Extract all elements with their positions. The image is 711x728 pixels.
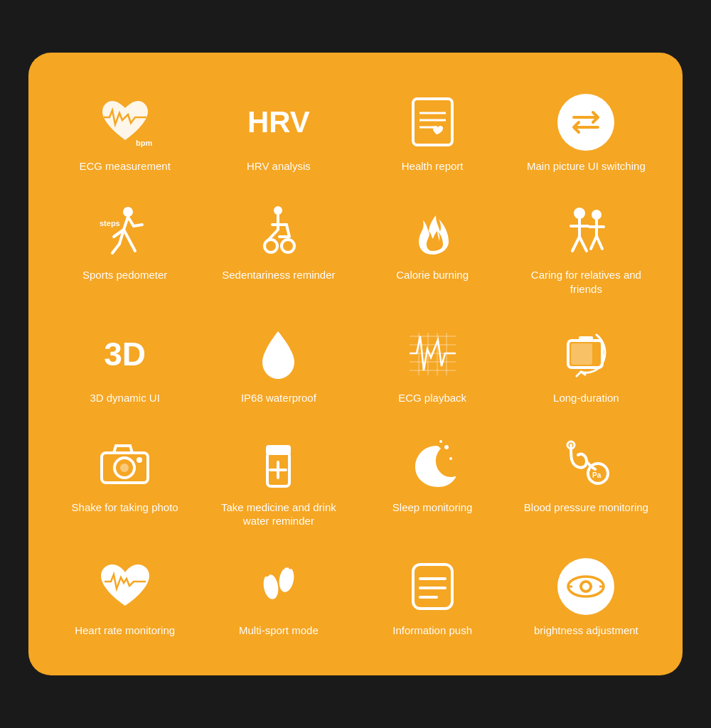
svg-point-10: [574, 208, 585, 219]
svg-rect-22: [579, 336, 593, 342]
feature-caring-relatives: Caring for relatives and friends: [511, 190, 661, 306]
health-report-label: Health report: [402, 159, 464, 173]
feature-info-push: Information push: [358, 545, 508, 648]
feature-sedentariness: Sedentariness reminder: [203, 190, 353, 306]
medicine-icon: [250, 435, 307, 492]
camera-icon: [97, 435, 154, 492]
svg-point-8: [264, 240, 277, 252]
svg-text:Pa: Pa: [592, 471, 602, 479]
feature-main-picture: Main picture UI switching: [511, 81, 661, 183]
svg-point-34: [439, 440, 442, 443]
heart-rate-label: Heart rate monitoring: [75, 623, 175, 638]
feature-blood-pressure: Pa Blood pressure monitoring: [511, 422, 661, 538]
sleep-monitoring-label: Sleep monitoring: [392, 500, 473, 515]
feature-multi-sport: Multi-sport mode: [203, 545, 353, 648]
shake-photo-label: Shake for taking photo: [72, 500, 178, 515]
info-push-icon: [404, 558, 461, 615]
svg-point-37: [570, 444, 572, 446]
pedometer-icon: steps: [97, 203, 154, 259]
feature-hrv-analysis: HRV HRV analysis: [203, 81, 353, 183]
feature-heart-rate: Heart rate monitoring: [50, 545, 200, 648]
main-picture-label: Main picture UI switching: [527, 159, 646, 173]
svg-point-9: [282, 240, 294, 252]
calorie-icon: [404, 203, 461, 259]
svg-rect-23: [571, 343, 592, 365]
features-card: bpm ECG measurement HRV HRV analysis Hea…: [28, 53, 683, 676]
info-push-label: Information push: [392, 623, 472, 638]
long-duration-label: Long-duration: [553, 391, 619, 405]
blood-pressure-icon: Pa: [557, 435, 614, 492]
feature-sports-pedometer: steps Sports pedometer: [50, 190, 200, 306]
ui-switch-icon: [557, 94, 614, 151]
blood-pressure-label: Blood pressure monitoring: [524, 500, 648, 515]
svg-text:steps: steps: [100, 219, 120, 228]
calorie-burning-label: Calorie burning: [396, 268, 469, 282]
caring-relatives-label: Caring for relatives and friends: [518, 268, 654, 296]
feature-sleep-monitoring: Sleep monitoring: [358, 422, 508, 538]
sedentariness-icon: [250, 203, 307, 259]
svg-point-32: [444, 445, 449, 449]
sports-pedometer-label: Sports pedometer: [82, 268, 167, 282]
feature-ecg-playback: ECG playback: [358, 313, 508, 415]
feature-shake-photo: Shake for taking photo: [50, 422, 200, 538]
svg-point-5: [123, 207, 133, 217]
svg-rect-1: [413, 99, 452, 145]
svg-point-33: [449, 457, 452, 460]
svg-point-11: [592, 210, 602, 220]
3d-text-icon: 3D: [97, 326, 154, 382]
health-report-icon: [404, 94, 461, 151]
feature-ip68: IP68 waterproof: [203, 313, 353, 415]
feature-ecg-measurement: bpm ECG measurement: [50, 81, 200, 183]
ip68-label: IP68 waterproof: [241, 391, 316, 405]
ecg-playback-icon: [404, 326, 461, 382]
svg-text:bpm: bpm: [136, 139, 152, 147]
hrv-text-icon: HRV: [250, 94, 307, 151]
multi-sport-label: Multi-sport mode: [239, 623, 319, 638]
heart-rate-icon: [97, 558, 154, 615]
sleep-icon: [404, 435, 461, 492]
3d-dynamic-label: 3D dynamic UI: [90, 391, 159, 405]
waterproof-icon: [250, 326, 307, 382]
svg-point-40: [277, 565, 296, 593]
caring-icon: [557, 203, 614, 259]
long-duration-icon: [557, 326, 614, 382]
brightness-icon: [557, 558, 614, 615]
sedentariness-label: Sedentariness reminder: [222, 268, 335, 282]
ecg-playback-label: ECG playback: [398, 391, 466, 405]
feature-3d-dynamic: 3D 3D dynamic UI: [50, 313, 200, 415]
ecg-icon: bpm: [97, 94, 154, 151]
svg-rect-29: [266, 445, 291, 455]
feature-health-report: Health report: [358, 81, 508, 183]
svg-point-27: [137, 457, 142, 463]
feature-long-duration: Long-duration: [511, 313, 661, 415]
multi-sport-icon: [250, 558, 307, 615]
ecg-measurement-label: ECG measurement: [79, 159, 170, 173]
feature-medicine-water: Take medicine and drink water reminder: [203, 422, 353, 538]
svg-point-26: [120, 464, 129, 472]
brightness-label: brightness adjustment: [534, 623, 638, 638]
feature-brightness: brightness adjustment: [511, 545, 661, 648]
svg-point-39: [262, 572, 280, 600]
medicine-water-label: Take medicine and drink water reminder: [210, 500, 346, 528]
hrv-analysis-label: HRV analysis: [247, 159, 311, 173]
svg-point-53: [582, 583, 589, 590]
feature-calorie-burning: Calorie burning: [358, 190, 508, 306]
